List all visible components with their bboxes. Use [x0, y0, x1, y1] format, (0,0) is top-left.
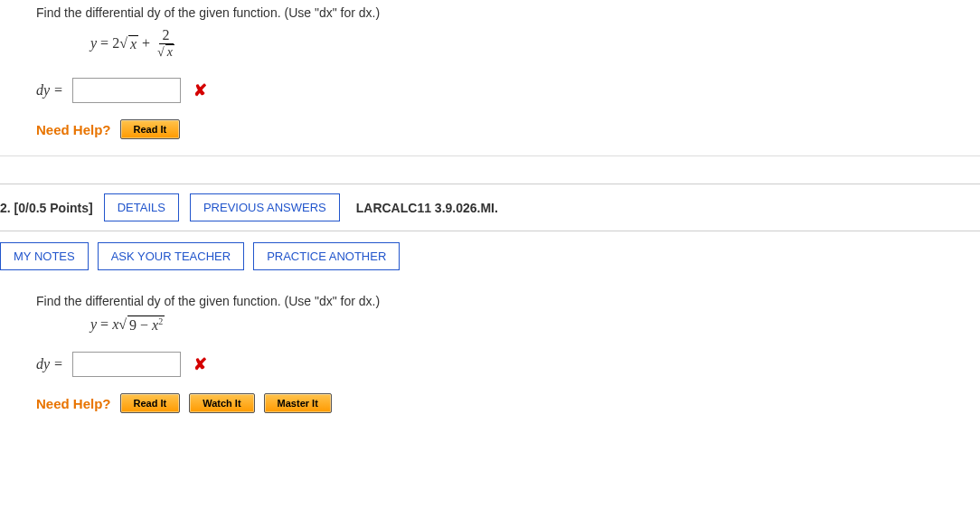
question-2-body: Find the differential dy of the given fu…	[0, 288, 980, 429]
practice-another-button[interactable]: PRACTICE ANOTHER	[253, 242, 400, 270]
wrong-icon: ✘	[193, 354, 207, 374]
q2-equation: y = x√9 − x2	[90, 316, 980, 334]
q1-answer-input[interactable]	[72, 78, 181, 103]
q1-answer-row: dy = ✘	[36, 78, 980, 103]
q2-help-row: Need Help? Read It Watch It Master It	[36, 393, 980, 413]
previous-answers-button[interactable]: PREVIOUS ANSWERS	[190, 193, 340, 221]
my-notes-button[interactable]: MY NOTES	[0, 242, 89, 270]
need-help-label: Need Help?	[36, 122, 111, 137]
q2-points: 2. [0/0.5 Points]	[0, 201, 93, 215]
q1-prompt: Find the differential dy of the given fu…	[36, 5, 980, 20]
q1-equation: y = 2√x + 2 √x	[90, 27, 980, 60]
read-it-button[interactable]: Read It	[120, 119, 181, 139]
watch-it-button[interactable]: Watch It	[189, 393, 254, 413]
wrong-icon: ✘	[193, 80, 207, 100]
q2-answer-row: dy = ✘	[36, 352, 980, 377]
question-2-subheader: MY NOTES ASK YOUR TEACHER PRACTICE ANOTH…	[0, 242, 980, 270]
q2-dy-label: dy =	[36, 356, 63, 372]
question-1-body: Find the differential dy of the given fu…	[0, 0, 980, 156]
ask-teacher-button[interactable]: ASK YOUR TEACHER	[98, 242, 244, 270]
question-2-header: 2. [0/0.5 Points] DETAILS PREVIOUS ANSWE…	[0, 184, 980, 231]
source-id: LARCALC11 3.9.026.MI.	[356, 201, 498, 215]
read-it-button[interactable]: Read It	[120, 393, 181, 413]
need-help-label: Need Help?	[36, 396, 111, 411]
q1-dy-label: dy =	[36, 82, 63, 99]
q2-prompt: Find the differential dy of the given fu…	[36, 294, 980, 308]
q2-answer-input[interactable]	[72, 352, 181, 377]
details-button[interactable]: DETAILS	[104, 193, 179, 221]
master-it-button[interactable]: Master It	[264, 393, 332, 413]
q1-help-row: Need Help? Read It	[36, 119, 980, 139]
